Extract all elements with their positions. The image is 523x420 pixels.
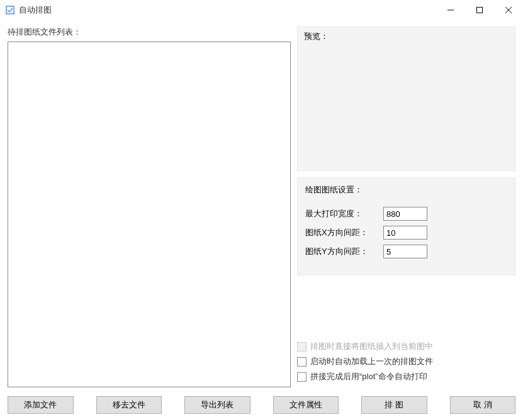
max-print-width-input[interactable] [383, 207, 427, 221]
file-props-button[interactable]: 文件属性 [273, 396, 339, 414]
minimize-button[interactable] [436, 0, 465, 20]
minimize-icon [447, 7, 454, 13]
app-icon [5, 5, 15, 15]
preview-group: 预览： [297, 26, 515, 171]
arrange-button[interactable]: 排 图 [361, 396, 427, 414]
app-window: 自动排图 待排图纸文件列表： [0, 0, 523, 420]
y-spacing-label: 图纸Y方向间距： [305, 246, 374, 257]
cancel-button[interactable]: 取 消 [450, 396, 516, 414]
settings-title: 绘图图纸设置： [305, 184, 507, 196]
x-spacing-label: 图纸X方向间距： [305, 227, 374, 238]
maximize-button[interactable] [465, 0, 494, 20]
maximize-icon [476, 7, 483, 13]
setting-row-x-spacing: 图纸X方向间距： [305, 226, 507, 240]
insert-current-checkbox [297, 342, 306, 351]
export-list-button[interactable]: 导出列表 [184, 396, 250, 414]
load-last-checkbox[interactable] [297, 357, 306, 367]
checkbox-row-load-last[interactable]: 启动时自动加载上一次的排图文件 [297, 356, 515, 367]
setting-row-y-spacing: 图纸Y方向间距： [305, 245, 507, 258]
setting-row-max-width: 最大打印宽度： [305, 207, 507, 221]
settings-group: 绘图图纸设置： 最大打印宽度： 图纸X方向间距： 图纸Y方向间距： [297, 177, 515, 275]
close-button[interactable] [494, 0, 523, 20]
close-icon [505, 7, 512, 13]
add-file-button[interactable]: 添加文件 [8, 396, 74, 414]
y-spacing-input[interactable] [383, 245, 427, 258]
checkbox-row-insert-current: 排图时直接将图纸插入到当前图中 [297, 341, 515, 352]
file-list[interactable] [8, 41, 291, 387]
svg-rect-2 [477, 8, 483, 13]
load-last-label: 启动时自动加载上一次的排图文件 [310, 356, 433, 367]
content-area: 待排图纸文件列表： 预览： 绘图图纸设置： 最大打印宽度： 图纸X方向间距： 图… [0, 20, 523, 392]
x-spacing-input[interactable] [383, 226, 427, 240]
titlebar: 自动排图 [0, 0, 523, 20]
left-panel: 待排图纸文件列表： [8, 26, 291, 392]
right-panel: 预览： 绘图图纸设置： 最大打印宽度： 图纸X方向间距： 图纸Y方向间距： [297, 26, 515, 392]
button-bar: 添加文件 移去文件 导出列表 文件属性 排 图 取 消 [0, 392, 523, 420]
window-title: 自动排图 [19, 4, 436, 16]
file-list-label: 待排图纸文件列表： [8, 26, 291, 38]
auto-plot-checkbox[interactable] [297, 372, 306, 382]
window-controls [436, 0, 523, 20]
max-print-width-label: 最大打印宽度： [305, 208, 374, 219]
insert-current-label: 排图时直接将图纸插入到当前图中 [310, 341, 433, 352]
checkbox-area: 排图时直接将图纸插入到当前图中 启动时自动加载上一次的排图文件 拼接完成后用“p… [297, 341, 515, 392]
svg-rect-0 [6, 6, 14, 14]
remove-file-button[interactable]: 移去文件 [96, 396, 162, 414]
preview-label: 预览： [304, 31, 329, 42]
spacer [297, 282, 515, 334]
auto-plot-label: 拼接完成后用“plot”命令自动打印 [310, 371, 427, 382]
checkbox-row-auto-plot[interactable]: 拼接完成后用“plot”命令自动打印 [297, 371, 515, 382]
